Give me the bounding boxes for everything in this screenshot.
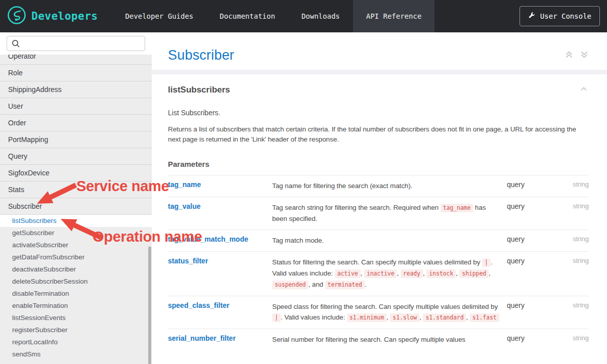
sidebar-scrollbar[interactable] bbox=[148, 247, 151, 364]
sidebar-operation-reportlocalinfo[interactable]: reportLocalInfo bbox=[0, 336, 152, 348]
parameter-row-tag-name: tag_nameTag name for filtering the searc… bbox=[168, 175, 589, 197]
sidebar-operation-getsubscriber[interactable]: getSubscriber bbox=[0, 227, 152, 239]
sidebar-operation-activatesubscriber[interactable]: activateSubscriber bbox=[0, 239, 152, 251]
sidebar-item-stats[interactable]: Stats bbox=[0, 181, 152, 198]
parameter-type: string bbox=[557, 180, 589, 191]
wrench-icon bbox=[528, 12, 536, 21]
sidebar-item-query[interactable]: Query bbox=[0, 148, 152, 165]
parameter-description: Tag search string for filtering the sear… bbox=[272, 202, 507, 224]
parameter-type: string bbox=[557, 202, 589, 224]
inline-code: s1.slow bbox=[390, 313, 419, 322]
section-divider bbox=[152, 70, 607, 74]
inline-code: inactive bbox=[364, 269, 397, 278]
parameter-description: Speed class for filtering the search. Ca… bbox=[272, 301, 507, 323]
parameter-description: Tag name for filtering the search (exact… bbox=[272, 180, 507, 191]
sidebar-operation-deletesubscribersession[interactable]: deleteSubscriberSession bbox=[0, 276, 152, 288]
sidebar: Operator RoleShippingAddressUserOrderPor… bbox=[0, 32, 152, 364]
sidebar-operation-listsubscribers[interactable]: listSubscribers bbox=[0, 215, 152, 227]
sidebar-item-subscriber[interactable]: Subscriber bbox=[0, 198, 152, 215]
parameter-location: query bbox=[507, 301, 557, 323]
parameter-type: string bbox=[557, 301, 589, 323]
operation-description: Returns a list of subscribers that match… bbox=[168, 124, 589, 145]
user-console-label: User Console bbox=[540, 12, 591, 20]
top-navbar: Developers Developer GuidesDocumentation… bbox=[0, 0, 607, 32]
parameter-location: query bbox=[507, 257, 557, 290]
brand-name: Developers bbox=[31, 10, 98, 22]
sidebar-item-sigfoxdevice[interactable]: SigfoxDevice bbox=[0, 165, 152, 181]
parameter-row-tag-value-match-mode: tag_value_match_modeTag match mode.query… bbox=[168, 230, 589, 251]
parameter-type: string bbox=[557, 257, 589, 290]
sidebar-item-partial[interactable]: Operator bbox=[0, 55, 152, 65]
parameter-type: string bbox=[557, 235, 589, 246]
parameter-location: query bbox=[507, 180, 557, 191]
sidebar-operation-listsessionevents[interactable]: listSessionEvents bbox=[0, 312, 152, 324]
sidebar-item-role[interactable]: Role bbox=[0, 65, 152, 81]
parameter-name[interactable]: tag_value bbox=[168, 202, 272, 224]
parameter-name[interactable]: tag_name bbox=[168, 180, 272, 191]
inline-code: ready bbox=[401, 269, 423, 278]
parameter-name[interactable]: serial_number_filter bbox=[168, 334, 272, 345]
sidebar-operation-registersubscriber[interactable]: registerSubscriber bbox=[0, 324, 152, 336]
inline-code: s1.fast bbox=[470, 313, 499, 322]
parameter-name[interactable]: tag_value_match_mode bbox=[168, 235, 272, 246]
operation-list: listSubscribersgetSubscriberactivateSubs… bbox=[0, 215, 152, 360]
nav-item-downloads[interactable]: Downloads bbox=[288, 0, 353, 32]
inline-code: tag_name bbox=[441, 204, 473, 212]
parameter-row-status-filter: status_filterStatus for filtering the se… bbox=[168, 251, 589, 296]
main-content: Subscriber listSubscribers List bbox=[152, 32, 607, 364]
inline-code: suspended bbox=[272, 281, 308, 289]
sidebar-item-portmapping[interactable]: PortMapping bbox=[0, 131, 152, 148]
parameter-name[interactable]: speed_class_filter bbox=[168, 301, 272, 323]
inline-code: terminated bbox=[325, 281, 365, 289]
brand[interactable]: Developers bbox=[0, 0, 98, 32]
parameters-heading: Parameters bbox=[168, 160, 589, 168]
parameter-row-serial-number-filter: serial_number_filterSerial number for fi… bbox=[168, 329, 589, 350]
collapse-chevron-up-icon[interactable] bbox=[579, 84, 589, 96]
parameter-row-tag-value: tag_valueTag search string for filtering… bbox=[168, 197, 589, 230]
sidebar-item-order[interactable]: Order bbox=[0, 115, 152, 131]
search-icon bbox=[11, 39, 20, 50]
parameter-row-speed-class-filter: speed_class_filterSpeed class for filter… bbox=[168, 296, 589, 329]
double-chevron-down-icon[interactable] bbox=[579, 49, 590, 62]
operation-summary: List Subscribers. bbox=[168, 109, 589, 117]
inline-code: s1.minimum bbox=[347, 313, 386, 322]
main-nav: Developer GuidesDocumentationDownloadsAP… bbox=[112, 0, 435, 32]
double-chevron-up-icon[interactable] bbox=[563, 49, 575, 62]
soracom-logo-icon bbox=[7, 6, 26, 27]
nav-item-api-reference[interactable]: API Reference bbox=[353, 0, 435, 32]
user-console-button[interactable]: User Console bbox=[519, 6, 600, 26]
parameter-name[interactable]: status_filter bbox=[168, 257, 272, 290]
inline-code: | bbox=[272, 313, 281, 322]
page-title: Subscriber bbox=[168, 48, 234, 63]
sidebar-operation-disabletermination[interactable]: disableTermination bbox=[0, 288, 152, 300]
search-input[interactable] bbox=[7, 36, 145, 51]
sidebar-operation-getdatafromsubscriber[interactable]: getDataFromSubscriber bbox=[0, 251, 152, 263]
inline-code: active bbox=[335, 269, 361, 278]
sidebar-operation-sendsms[interactable]: sendSms bbox=[0, 348, 152, 360]
parameter-description: Serial number for filtering the search. … bbox=[272, 334, 507, 345]
parameter-description: Status for filtering the search. Can spe… bbox=[272, 257, 507, 290]
sidebar-item-shippingaddress[interactable]: ShippingAddress bbox=[0, 81, 152, 98]
operation-heading: listSubscribers bbox=[168, 85, 230, 95]
service-list: RoleShippingAddressUserOrderPortMappingQ… bbox=[0, 65, 152, 215]
inline-code: shipped bbox=[459, 269, 489, 278]
sidebar-search-area bbox=[0, 32, 152, 55]
parameters-table: tag_nameTag name for filtering the searc… bbox=[168, 175, 589, 350]
nav-item-documentation[interactable]: Documentation bbox=[206, 0, 288, 32]
sidebar-operation-enabletermination[interactable]: enableTermination bbox=[0, 300, 152, 312]
parameter-location: query bbox=[507, 334, 557, 345]
nav-item-developer-guides[interactable]: Developer Guides bbox=[112, 0, 206, 32]
parameter-description: Tag match mode. bbox=[272, 235, 507, 246]
parameter-location: query bbox=[507, 202, 557, 224]
parameter-location: query bbox=[507, 235, 557, 246]
inline-code: | bbox=[482, 258, 491, 267]
inline-code: instock bbox=[426, 269, 456, 278]
sidebar-operation-deactivatesubscriber[interactable]: deactivateSubscriber bbox=[0, 263, 152, 276]
parameter-type: string bbox=[557, 334, 589, 345]
inline-code: s1.standard bbox=[423, 313, 466, 322]
sidebar-item-user[interactable]: User bbox=[0, 98, 152, 115]
